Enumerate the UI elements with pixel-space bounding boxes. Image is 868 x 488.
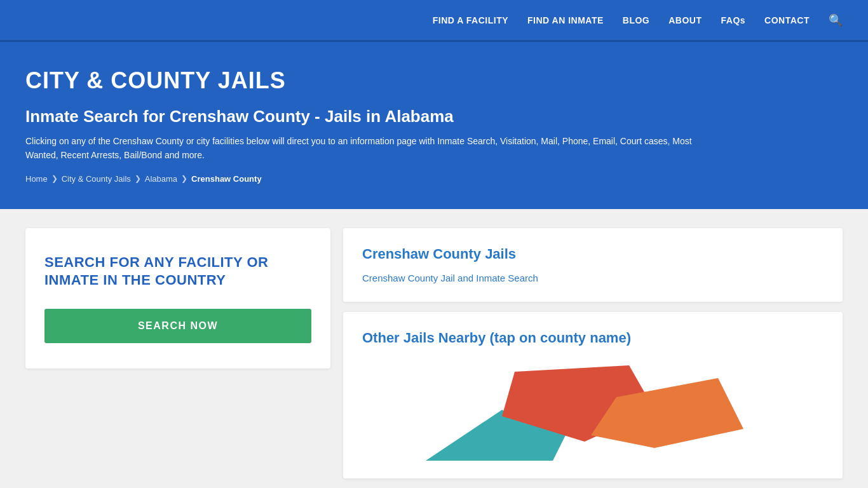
nav-find-inmate[interactable]: FIND AN INMATE (527, 15, 604, 25)
main-nav: FIND A FACILITY FIND AN INMATE BLOG ABOU… (433, 13, 843, 27)
facility-link-1[interactable]: Crenshaw County Jail and Inmate Search (362, 273, 538, 283)
header-search-button[interactable]: 🔍 (829, 13, 843, 27)
breadcrumb-home[interactable]: Home (25, 174, 48, 184)
nav-about[interactable]: ABOUT (668, 15, 702, 25)
map-svg (362, 359, 807, 461)
breadcrumb-sep-1: ❯ (51, 174, 58, 183)
breadcrumb-alabama[interactable]: Alabama (145, 174, 177, 184)
page-title: CITY & COUNTY JAILS (25, 67, 843, 94)
hero-description: Clicking on any of the Crenshaw County o… (25, 134, 724, 163)
search-card: SEARCH FOR ANY FACILITY OR INMATE IN THE… (25, 228, 330, 369)
right-column: Crenshaw County Jails Crenshaw County Ja… (343, 228, 843, 478)
nearby-card-title: Other Jails Nearby (tap on county name) (362, 330, 824, 346)
nav-blog[interactable]: BLOG (623, 15, 649, 25)
nav-find-facility[interactable]: FIND A FACILITY (433, 15, 508, 25)
hero-subtitle: Inmate Search for Crenshaw County - Jail… (25, 107, 843, 126)
map-visualization (362, 359, 824, 461)
breadcrumb-current: Crenshaw County (191, 174, 262, 184)
breadcrumb-sep-2: ❯ (135, 174, 141, 183)
search-now-button[interactable]: SEARCH NOW (44, 309, 311, 343)
facility-card-title[interactable]: Crenshaw County Jails (362, 246, 824, 262)
hero-section: CITY & COUNTY JAILS Inmate Search for Cr… (0, 42, 868, 209)
breadcrumb: Home ❯ City & County Jails ❯ Alabama ❯ C… (25, 174, 843, 184)
nav-faqs[interactable]: FAQs (721, 15, 746, 25)
breadcrumb-sep-3: ❯ (181, 174, 187, 183)
header: FIND A FACILITY FIND AN INMATE BLOG ABOU… (0, 0, 868, 42)
breadcrumb-city-county[interactable]: City & County Jails (62, 174, 131, 184)
facility-card: Crenshaw County Jails Crenshaw County Ja… (343, 228, 843, 302)
nav-contact[interactable]: CONTACT (764, 15, 810, 25)
search-card-title: SEARCH FOR ANY FACILITY OR INMATE IN THE… (44, 254, 311, 290)
nearby-card: Other Jails Nearby (tap on county name) (343, 312, 843, 478)
main-content: SEARCH FOR ANY FACILITY OR INMATE IN THE… (0, 209, 868, 488)
